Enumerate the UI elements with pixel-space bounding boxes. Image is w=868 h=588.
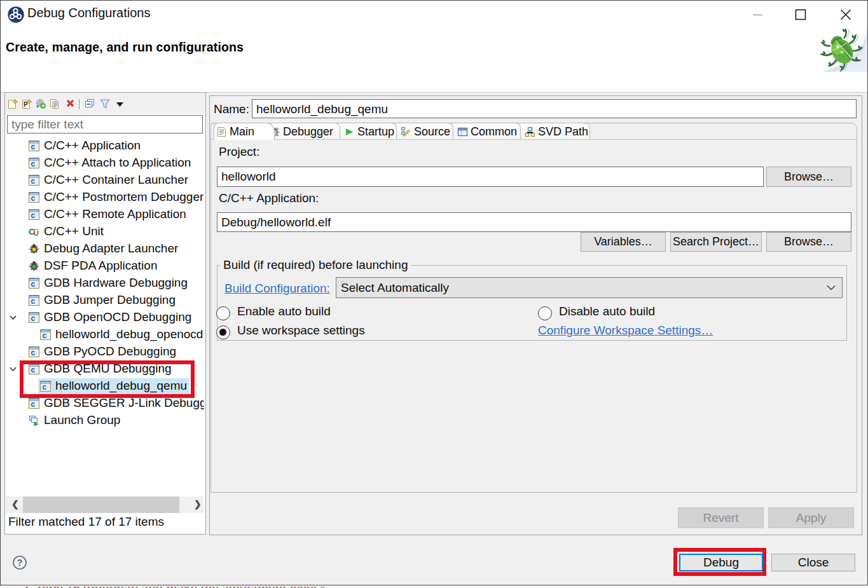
svg-text:?: ? bbox=[17, 557, 23, 568]
